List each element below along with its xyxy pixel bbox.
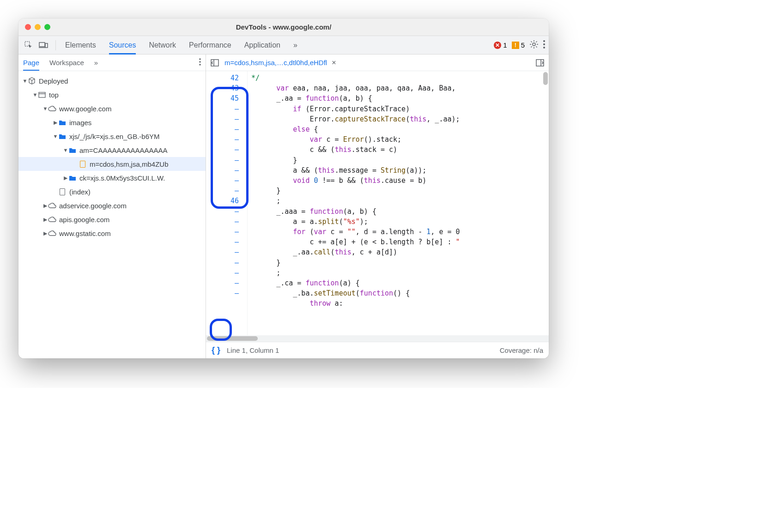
tab-elements[interactable]: Elements: [65, 37, 96, 53]
vertical-scrollbar[interactable]: [543, 72, 548, 85]
window-minimize-button[interactable]: [35, 24, 41, 30]
sources-sidebar: Page Workspace » ▼ Deployed ▼ top: [18, 54, 206, 358]
pretty-print-button[interactable]: { }: [212, 345, 220, 355]
folder-icon: [58, 118, 67, 127]
horizontal-scrollbar[interactable]: [207, 336, 258, 341]
tab-performance[interactable]: Performance: [189, 37, 231, 53]
tree-label: m=cdos,hsm,jsa,mb4ZUb: [90, 160, 168, 168]
toolbar-right: ✕ 1 ! 5: [494, 40, 545, 50]
editor-tab-label: m=cdos,hsm,jsa,…c,dtl0hd,eHDfl: [224, 59, 327, 66]
editor-tabbar: m=cdos,hsm,jsa,…c,dtl0hd,eHDfl ×: [206, 54, 549, 71]
tree-label: images: [69, 119, 91, 127]
tree-file-index[interactable]: (index): [18, 185, 206, 199]
line-gutter[interactable]: 424345–––––––––46–––––––––: [206, 71, 248, 335]
tree-label: Deployed: [39, 77, 68, 85]
debugger-toggle-icon[interactable]: [534, 57, 546, 69]
folder-icon: [68, 146, 77, 154]
titlebar: DevTools - www.google.com/: [18, 18, 549, 36]
tree-label: apis.google.com: [59, 216, 109, 224]
tree-label: top: [49, 91, 59, 99]
tree-folder-images[interactable]: ▶ images: [18, 115, 206, 129]
cloud-icon: [48, 201, 56, 210]
svg-rect-1: [39, 42, 45, 47]
sidebar-tab-more[interactable]: »: [94, 55, 98, 70]
settings-icon[interactable]: [529, 40, 539, 50]
chevron-down-icon: ▼: [42, 106, 48, 111]
chevron-right-icon: ▶: [53, 120, 58, 126]
tree-folder-am[interactable]: ▼ am=CAAAAAAAAAAAAAAA: [18, 143, 206, 157]
sidebar-tabs: Page Workspace »: [18, 54, 206, 71]
device-icon[interactable]: [37, 39, 50, 52]
tree-folder-ck[interactable]: ▶ ck=xjs.s.0Mx5ys3sCUI.L.W.: [18, 171, 206, 185]
svg-point-7: [543, 47, 545, 48]
close-icon[interactable]: ×: [332, 59, 336, 67]
cursor-position: Line 1, Column 1: [227, 346, 279, 354]
svg-rect-3: [45, 43, 48, 48]
coverage-status: Coverage: n/a: [500, 346, 543, 354]
code-content[interactable]: */ var eaa, naa, jaa, oaa, paa, qaa, Aaa…: [248, 71, 549, 335]
error-counter[interactable]: ✕ 1: [494, 41, 507, 49]
window-close-button[interactable]: [25, 24, 31, 30]
tree-label: ck=xjs.s.0Mx5ys3sCUI.L.W.: [79, 174, 165, 182]
tree-deployed[interactable]: ▼ Deployed: [18, 74, 206, 88]
svg-point-5: [543, 40, 545, 42]
inspect-icon[interactable]: [22, 39, 35, 52]
svg-point-8: [199, 58, 200, 60]
sidebar-options-icon[interactable]: [199, 58, 201, 67]
chevron-down-icon: ▼: [53, 133, 58, 139]
tree-folder-xjs[interactable]: ▼ xjs/_/js/k=xjs.s.en_GB.-b6YM: [18, 129, 206, 143]
tree-origin-apis[interactable]: ▶ apis.google.com: [18, 212, 206, 226]
main-toolbar: Elements Sources Network Performance App…: [18, 36, 549, 54]
toolbar-divider: [55, 40, 56, 50]
folder-icon: [58, 132, 67, 140]
more-options-icon[interactable]: [543, 40, 545, 50]
tree-label: www.gstatic.com: [59, 230, 111, 237]
cloud-icon: [48, 229, 56, 237]
editor-statusbar: { } Line 1, Column 1 Coverage: n/a: [206, 342, 549, 358]
tree-label: adservice.google.com: [59, 202, 127, 210]
chevron-down-icon: ▼: [63, 147, 68, 153]
navigator-toggle-icon[interactable]: [209, 57, 221, 69]
file-icon: [58, 187, 67, 196]
window-title: DevTools - www.google.com/: [18, 23, 549, 31]
chevron-right-icon: ▶: [42, 217, 48, 223]
tree-file-selected[interactable]: m=cdos,hsm,jsa,mb4ZUb: [18, 157, 206, 171]
warning-icon: !: [512, 42, 519, 49]
tree-origin-gstatic[interactable]: ▶ www.gstatic.com: [18, 226, 206, 240]
deployed-icon: [28, 77, 36, 85]
tree-label: am=CAAAAAAAAAAAAAAA: [79, 146, 168, 154]
chevron-right-icon: ▶: [42, 230, 48, 236]
cloud-icon: [48, 215, 56, 224]
window-maximize-button[interactable]: [44, 24, 50, 30]
tree-frame-top[interactable]: ▼ top: [18, 88, 206, 102]
svg-point-9: [199, 61, 200, 62]
sidebar-tab-workspace[interactable]: Workspace: [49, 55, 84, 70]
svg-point-6: [543, 43, 545, 45]
chevron-down-icon: ▼: [32, 92, 38, 97]
tree-label: www.google.com: [59, 105, 111, 113]
svg-point-4: [533, 43, 535, 46]
code-editor[interactable]: 424345–––––––––46––––––––– */ var eaa, n…: [206, 71, 549, 335]
tree-origin-adservice[interactable]: ▶ adservice.google.com: [18, 199, 206, 212]
content-area: Page Workspace » ▼ Deployed ▼ top: [18, 54, 549, 358]
tab-network[interactable]: Network: [149, 37, 176, 53]
panel-tabs: Elements Sources Network Performance App…: [65, 37, 494, 53]
svg-rect-11: [39, 92, 45, 97]
tab-sources[interactable]: Sources: [109, 37, 136, 54]
error-icon: ✕: [494, 42, 501, 49]
js-file-icon: [79, 160, 87, 168]
tab-more[interactable]: »: [293, 37, 297, 53]
tree-origin-google[interactable]: ▼ www.google.com: [18, 102, 206, 115]
traffic-lights: [18, 24, 50, 30]
folder-icon: [68, 174, 77, 182]
editor-pane: m=cdos,hsm,jsa,…c,dtl0hd,eHDfl × 424345–…: [206, 54, 549, 358]
chevron-right-icon: ▶: [42, 203, 48, 209]
tree-label: xjs/_/js/k=xjs.s.en_GB.-b6YM: [69, 133, 159, 140]
editor-file-tab[interactable]: m=cdos,hsm,jsa,…c,dtl0hd,eHDfl ×: [224, 59, 336, 67]
tab-application[interactable]: Application: [244, 37, 280, 53]
warning-counter[interactable]: ! 5: [512, 41, 525, 49]
frame-icon: [38, 91, 46, 99]
sidebar-tab-page[interactable]: Page: [23, 55, 39, 71]
svg-point-10: [199, 64, 200, 65]
tree-label: (index): [69, 188, 91, 196]
